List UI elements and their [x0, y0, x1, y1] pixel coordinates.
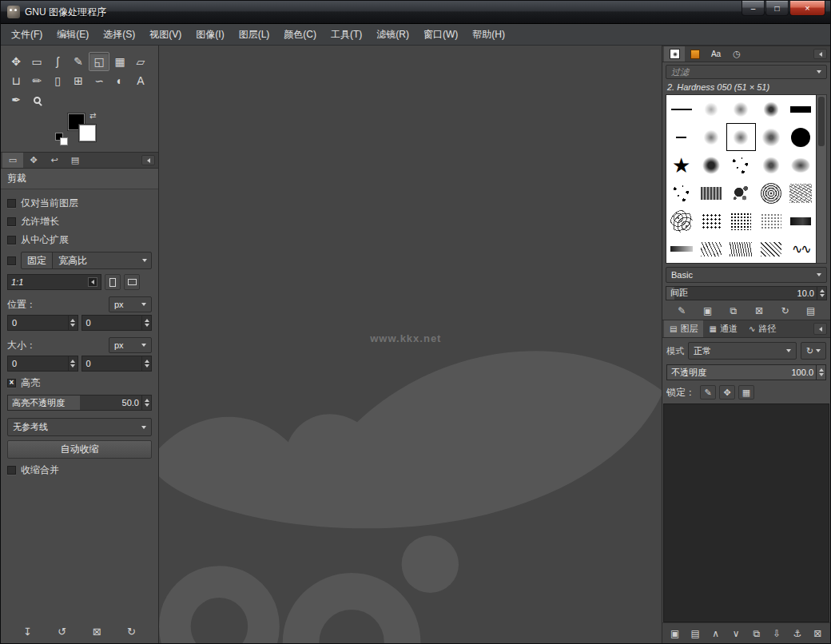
tab-paths[interactable]: ∿路径 — [743, 320, 781, 337]
brush-item[interactable] — [726, 207, 756, 235]
clone-tool[interactable]: ⊞ — [68, 71, 89, 90]
background-color-swatch[interactable] — [79, 125, 96, 141]
brush-item[interactable] — [756, 95, 785, 123]
layer-opacity-slider[interactable]: 不透明度 100.0 — [666, 364, 826, 380]
title-bar[interactable]: GNU 图像处理程序 – □ × — [1, 1, 830, 24]
zoom-tool[interactable] — [26, 90, 47, 109]
brush-item[interactable] — [786, 151, 816, 179]
fixed-label[interactable]: 固定 — [22, 252, 53, 268]
size-unit-combo[interactable]: px — [109, 337, 152, 353]
brush-item[interactable] — [666, 207, 696, 235]
highlight-opacity-slider[interactable]: 高亮不透明度 50.0 — [7, 395, 152, 411]
default-colors-icon[interactable] — [55, 133, 68, 145]
tab-device-status[interactable]: ✥ — [23, 153, 44, 168]
raise-layer-button[interactable]: ∧ — [708, 626, 724, 642]
dodge-burn-tool[interactable]: ◐ — [109, 71, 130, 90]
text-tool[interactable]: A — [130, 71, 151, 90]
brush-item[interactable] — [666, 151, 696, 179]
menu-item-5[interactable]: 图层(L) — [232, 24, 277, 46]
fixed-checkbox[interactable] — [7, 256, 16, 265]
brush-item[interactable] — [666, 235, 696, 263]
merge-down-button[interactable]: ⇩ — [769, 626, 785, 642]
brush-item[interactable] — [786, 207, 816, 235]
spinner-buttons[interactable] — [68, 356, 78, 371]
unified-transform-tool[interactable]: ▦ — [109, 52, 130, 71]
menu-item-3[interactable]: 视图(V) — [142, 24, 189, 46]
brush-item[interactable] — [756, 207, 785, 235]
brush-item[interactable] — [786, 95, 816, 123]
close-button[interactable]: × — [789, 1, 825, 16]
minimize-button[interactable]: – — [742, 1, 765, 16]
menu-item-8[interactable]: 滤镜(R) — [369, 24, 416, 46]
tab-channels[interactable]: ▦通道 — [703, 320, 742, 337]
new-layer-group-button[interactable]: ▤ — [687, 626, 703, 642]
free-select-tool[interactable]: ʃ — [47, 52, 68, 71]
lower-layer-button[interactable]: ∨ — [728, 626, 744, 642]
tab-layers[interactable]: ▤图层 — [664, 320, 703, 337]
brush-item[interactable] — [696, 235, 726, 263]
anchor-layer-button[interactable]: ⚓ — [789, 626, 805, 642]
menu-item-6[interactable]: 颜色(C) — [276, 24, 324, 46]
mode-group-button[interactable]: ↻ — [801, 342, 826, 360]
menu-item-0[interactable]: 文件(F) — [4, 24, 50, 46]
swap-colors-icon[interactable]: ⇄ — [89, 111, 96, 120]
brush-item[interactable] — [666, 123, 696, 151]
pencil-tool[interactable]: ✏ — [26, 71, 47, 90]
tab-images[interactable]: ▤ — [65, 153, 85, 168]
brush-item[interactable] — [726, 151, 756, 179]
option-allow-growing[interactable]: 允许增长 — [7, 215, 152, 229]
brush-item[interactable] — [696, 207, 726, 235]
brush-item[interactable] — [666, 95, 696, 123]
tool-options-menu-button[interactable] — [141, 155, 155, 165]
position-x-spin[interactable]: 0 — [7, 315, 78, 331]
lock-position-button[interactable]: ✥ — [719, 385, 735, 400]
spinner-buttons[interactable] — [68, 316, 78, 330]
brush-filter-input[interactable]: 过滤 — [666, 65, 827, 79]
position-unit-combo[interactable]: px — [109, 296, 152, 312]
canvas[interactable]: www.kkx.net — [159, 46, 662, 643]
paths-tool[interactable]: ✎ — [68, 52, 89, 71]
move-tool[interactable]: ✥ — [6, 52, 26, 71]
menu-item-9[interactable]: 窗口(W) — [416, 24, 465, 46]
reset-tool-options-button[interactable]: ↻ — [124, 623, 140, 639]
auto-shrink-button[interactable]: 自动收缩 — [7, 440, 152, 459]
brush-item[interactable] — [726, 179, 756, 207]
brush-item[interactable] — [756, 235, 785, 263]
brush-item[interactable] — [786, 179, 816, 207]
position-y-spin[interactable]: 0 — [82, 315, 153, 331]
delete-layer-button[interactable]: ⊠ — [809, 626, 825, 642]
spinner-buttons[interactable] — [817, 287, 826, 300]
option-highlight[interactable]: 高亮 — [7, 376, 152, 390]
delete-brush-button[interactable]: ⊠ — [751, 303, 767, 319]
brush-spacing-slider[interactable]: 间距 10.0 — [666, 286, 827, 300]
tab-fonts[interactable]: Aa — [706, 46, 726, 62]
brush-item[interactable] — [756, 123, 785, 151]
maximize-button[interactable]: □ — [765, 1, 789, 16]
bucket-fill-tool[interactable]: ⊔ — [6, 71, 26, 90]
delete-tool-preset-button[interactable]: ⊠ — [89, 623, 105, 639]
layers-menu-button[interactable] — [813, 323, 827, 335]
brush-item[interactable] — [696, 179, 726, 207]
spinner-buttons[interactable] — [141, 356, 151, 371]
checkbox[interactable] — [7, 466, 16, 475]
spinner-buttons[interactable] — [141, 316, 151, 330]
rectangle-select-tool[interactable]: ▭ — [26, 52, 47, 71]
duplicate-layer-button[interactable]: ⧉ — [749, 626, 765, 642]
new-brush-button[interactable]: ▣ — [700, 303, 716, 319]
scrollbar-thumb[interactable] — [818, 97, 825, 146]
layer-list[interactable] — [663, 403, 829, 622]
lock-alpha-button[interactable]: ▦ — [738, 385, 754, 400]
tab-tool-options[interactable]: ▭ — [2, 153, 23, 168]
refresh-brushes-button[interactable]: ↻ — [777, 303, 793, 319]
duplicate-brush-button[interactable]: ⧉ — [726, 303, 742, 319]
highlight-checkbox[interactable] — [7, 379, 16, 388]
fixed-aspect-combo[interactable]: 固定 宽高比 — [21, 252, 152, 269]
ratio-history-icon[interactable] — [88, 277, 97, 287]
brush-item[interactable] — [756, 151, 785, 179]
shear-tool[interactable]: ▱ — [130, 52, 151, 71]
color-picker-tool[interactable]: ✒ — [6, 90, 26, 109]
menu-item-4[interactable]: 图像(I) — [189, 24, 231, 46]
new-layer-button[interactable]: ▣ — [667, 626, 683, 642]
edit-brush-button[interactable]: ✎ — [674, 303, 690, 319]
aspect-ratio-input[interactable]: 1:1 — [7, 274, 101, 290]
